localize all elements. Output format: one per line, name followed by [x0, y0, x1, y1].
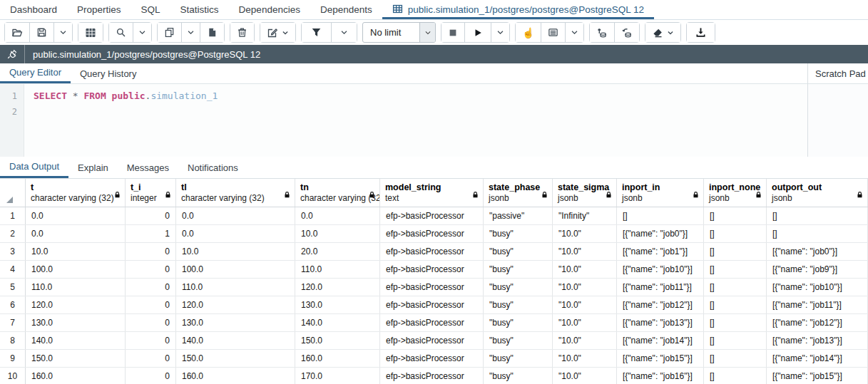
edit-grid-button[interactable] [78, 23, 103, 42]
grid-cell-outport_out[interactable]: [{"name": "job11"}] [767, 296, 868, 313]
clear-button[interactable] [645, 23, 680, 42]
grid-cell-t_i[interactable]: 0 [126, 279, 176, 296]
grid-cell-tn[interactable]: 20.0 [295, 243, 380, 260]
grid-cell-inport_none[interactable]: [] [704, 225, 767, 242]
grid-cell-outport_out[interactable]: [{"name": "job10"}] [767, 279, 868, 296]
row-number[interactable]: 6 [0, 296, 26, 313]
grid-cell-tl[interactable]: 150.0 [176, 350, 295, 367]
row-number[interactable]: 5 [0, 279, 26, 296]
grid-cell-inport_none[interactable]: [] [704, 261, 767, 278]
grid-cell-inport_none[interactable]: [] [704, 332, 767, 349]
grid-cell-inport_none[interactable]: [] [704, 207, 767, 224]
grid-cell-t[interactable]: 140.0 [26, 332, 126, 349]
grid-cell-state_phase[interactable]: "busy" [484, 279, 553, 296]
scratch-pad-textarea[interactable] [808, 84, 868, 157]
grid-cell-t_i[interactable]: 1 [126, 225, 176, 242]
grid-cell-tl[interactable]: 140.0 [176, 332, 295, 349]
grid-cell-state_sigma[interactable]: "10.0" [553, 296, 617, 313]
explain-button[interactable]: ☝ [516, 23, 541, 42]
grid-cell-inport_in[interactable]: [{"name": "job14"}] [617, 332, 704, 349]
grid-cell-tl[interactable]: 120.0 [176, 296, 295, 313]
select-all-cell[interactable] [0, 179, 26, 207]
tab-sql[interactable]: SQL [131, 0, 170, 19]
grid-cell-t_i[interactable]: 0 [126, 332, 176, 349]
tab-query-editor[interactable]: Query Editor [0, 63, 71, 83]
grid-cell-t_i[interactable]: 0 [126, 296, 176, 313]
grid-cell-inport_none[interactable]: [] [704, 350, 767, 367]
stop-button[interactable] [441, 23, 464, 42]
grid-cell-model_string[interactable]: efp->basicProcessor [380, 296, 484, 313]
grid-cell-tl[interactable]: 100.0 [176, 261, 295, 278]
tab-dashboard[interactable]: Dashboard [0, 0, 67, 19]
copy-button[interactable] [158, 23, 181, 42]
column-header-tl[interactable]: tlcharacter varying (32) [176, 179, 295, 207]
grid-cell-model_string[interactable]: efp->basicProcessor [380, 314, 484, 331]
tab-explain[interactable]: Explain [68, 157, 118, 178]
grid-cell-state_sigma[interactable]: "10.0" [553, 332, 617, 349]
open-file-button[interactable] [5, 23, 29, 42]
grid-cell-t[interactable]: 160.0 [26, 368, 126, 384]
grid-cell-outport_out[interactable]: [{"name": "job12"}] [767, 314, 868, 331]
row-number[interactable]: 9 [0, 350, 26, 367]
explain-menu-button[interactable] [565, 23, 583, 42]
commit-button[interactable] [590, 23, 614, 42]
grid-cell-t_i[interactable]: 0 [126, 243, 176, 260]
column-header-inport_in[interactable]: inport_injsonb [617, 179, 704, 207]
grid-cell-state_phase[interactable]: "busy" [484, 350, 553, 367]
grid-cell-t[interactable]: 0.0 [26, 225, 126, 242]
grid-cell-t[interactable]: 150.0 [26, 350, 126, 367]
grid-cell-inport_none[interactable]: [] [704, 243, 767, 260]
grid-cell-state_sigma[interactable]: "10.0" [553, 279, 617, 296]
save-button[interactable] [29, 23, 53, 42]
tab-messages[interactable]: Messages [118, 157, 178, 178]
tab-query-history[interactable]: Query History [71, 63, 145, 83]
grid-cell-inport_none[interactable]: [] [704, 368, 767, 384]
grid-cell-inport_none[interactable]: [] [704, 296, 767, 313]
grid-cell-tn[interactable]: 140.0 [295, 314, 380, 331]
grid-cell-tn[interactable]: 110.0 [295, 261, 380, 278]
row-limit-select[interactable]: No limit [362, 22, 436, 43]
grid-cell-inport_in[interactable]: [{"name": "job15"}] [617, 350, 704, 367]
grid-cell-state_phase[interactable]: "busy" [484, 261, 553, 278]
grid-cell-tn[interactable]: 170.0 [295, 368, 380, 384]
grid-cell-outport_out[interactable]: [{"name": "job0"}] [767, 243, 868, 260]
row-number[interactable]: 4 [0, 261, 26, 278]
grid-cell-model_string[interactable]: efp->basicProcessor [380, 350, 484, 367]
tab-statistics[interactable]: Statistics [170, 0, 229, 19]
column-header-outport_out[interactable]: outport_outjsonb [767, 179, 868, 207]
grid-cell-state_phase[interactable]: "busy" [484, 368, 553, 384]
grid-cell-tn[interactable]: 120.0 [295, 279, 380, 296]
filter-button[interactable] [302, 23, 331, 42]
grid-cell-state_sigma[interactable]: "Infinity" [553, 207, 617, 224]
grid-cell-tn[interactable]: 130.0 [295, 296, 380, 313]
paste-button[interactable] [200, 23, 224, 42]
tab-data-output[interactable]: Data Output [0, 157, 68, 178]
grid-cell-state_sigma[interactable]: "10.0" [553, 225, 617, 242]
column-header-state_phase[interactable]: state_phasejsonb [484, 179, 553, 207]
grid-cell-state_sigma[interactable]: "10.0" [553, 243, 617, 260]
sql-code-area[interactable]: SELECT * FROM public.simulation_1 [24, 84, 807, 157]
grid-cell-t[interactable]: 130.0 [26, 314, 126, 331]
column-header-state_sigma[interactable]: state_sigmajsonb [553, 179, 617, 207]
grid-cell-model_string[interactable]: efp->basicProcessor [380, 207, 484, 224]
grid-cell-outport_out[interactable]: [{"name": "job13"}] [767, 332, 868, 349]
grid-cell-outport_out[interactable]: [{"name": "job14"}] [767, 350, 868, 367]
grid-cell-t[interactable]: 110.0 [26, 279, 126, 296]
grid-cell-model_string[interactable]: efp->basicProcessor [380, 332, 484, 349]
tab-properties[interactable]: Properties [67, 0, 131, 19]
grid-cell-model_string[interactable]: efp->basicProcessor [380, 368, 484, 384]
grid-cell-t[interactable]: 120.0 [26, 296, 126, 313]
row-number[interactable]: 7 [0, 314, 26, 331]
tab-dependencies[interactable]: Dependencies [229, 0, 310, 19]
grid-cell-inport_none[interactable]: [] [704, 314, 767, 331]
find-button[interactable] [109, 23, 133, 42]
delete-button[interactable] [230, 23, 254, 42]
grid-cell-outport_out[interactable]: [{"name": "job9"}] [767, 261, 868, 278]
row-number[interactable]: 2 [0, 225, 26, 242]
row-number[interactable]: 1 [0, 207, 26, 224]
edit-options-button[interactable] [260, 23, 295, 42]
grid-cell-outport_out[interactable]: [] [767, 225, 868, 242]
column-header-tn[interactable]: tncharacter varying (32) [295, 179, 380, 207]
rollback-button[interactable] [614, 23, 639, 42]
download-csv-button[interactable] [687, 23, 715, 42]
